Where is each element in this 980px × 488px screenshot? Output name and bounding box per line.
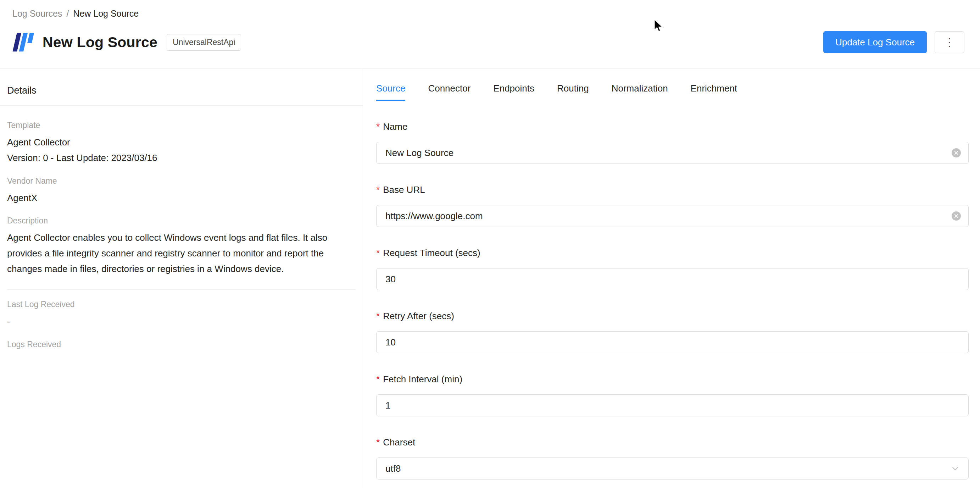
more-actions-button[interactable]: ⋮: [935, 31, 964, 53]
header-actions: Update Log Source ⋮: [823, 31, 964, 53]
fetch-interval-field: * Fetch Interval (min): [376, 374, 969, 416]
description-label: Description: [7, 216, 356, 226]
app-logo: [11, 30, 37, 54]
field-label-text: Name: [383, 121, 407, 132]
details-divider: [0, 105, 363, 106]
tab-connector[interactable]: Connector: [428, 83, 471, 101]
details-body: Template Agent Collector Version: 0 - La…: [0, 121, 363, 349]
field-label-text: Charset: [383, 437, 415, 448]
request-timeout-field-label: * Request Timeout (secs): [376, 247, 969, 258]
tab-endpoints[interactable]: Endpoints: [493, 83, 534, 101]
source-form: * Name * Base URL: [376, 121, 969, 480]
tab-source[interactable]: Source: [376, 83, 405, 101]
request-timeout-field: * Request Timeout (secs): [376, 247, 969, 290]
required-asterisk: *: [376, 374, 380, 384]
name-input[interactable]: [376, 142, 969, 164]
description-section: Description Agent Collector enables you …: [7, 216, 356, 277]
template-version: Version: 0 - Last Update: 2023/03/16: [7, 150, 356, 166]
required-asterisk: *: [376, 247, 380, 258]
request-timeout-input-wrap: [376, 268, 969, 290]
base-url-field: * Base URL: [376, 184, 969, 227]
logo-icon: [11, 30, 37, 54]
content: Details Template Agent Collector Version…: [0, 69, 980, 488]
charset-field: * Charset utf8: [376, 437, 969, 480]
charset-select-wrap: utf8: [376, 458, 969, 480]
field-label-text: Base URL: [383, 184, 425, 195]
required-asterisk: *: [376, 437, 380, 448]
description-text: Agent Collector enables you to collect W…: [7, 230, 342, 277]
charset-select[interactable]: utf8: [376, 458, 969, 480]
retry-after-input[interactable]: [376, 331, 969, 353]
field-label-text: Request Timeout (secs): [383, 247, 480, 258]
page-header: Log Sources / New Log Source New Log Sou…: [0, 0, 980, 69]
required-asterisk: *: [376, 184, 380, 195]
fetch-interval-input[interactable]: [376, 394, 969, 416]
tab-normalization[interactable]: Normalization: [612, 83, 668, 101]
vendor-name-value: AgentX: [7, 190, 356, 206]
charset-field-label: * Charset: [376, 437, 969, 448]
tab-routing[interactable]: Routing: [557, 83, 589, 101]
name-field: * Name: [376, 121, 969, 164]
template-name: Agent Collector: [7, 134, 356, 150]
logs-received-label: Logs Received: [7, 340, 356, 349]
last-log-received-label: Last Log Received: [7, 300, 356, 309]
clear-icon[interactable]: [951, 148, 961, 158]
update-log-source-button[interactable]: Update Log Source: [823, 31, 927, 53]
chevron-down-icon: [951, 464, 959, 473]
logs-received-section: Logs Received: [7, 340, 356, 349]
main-panel: Source Connector Endpoints Routing Norma…: [363, 69, 980, 488]
template-section: Template Agent Collector Version: 0 - La…: [7, 121, 356, 166]
details-mid-divider: [7, 289, 356, 290]
request-timeout-input[interactable]: [376, 268, 969, 290]
last-log-received-value: -: [7, 314, 356, 329]
last-log-section: Last Log Received -: [7, 300, 356, 329]
fetch-interval-field-label: * Fetch Interval (min): [376, 374, 969, 384]
breadcrumb-current: New Log Source: [73, 8, 138, 19]
breadcrumb-log-sources[interactable]: Log Sources: [13, 8, 62, 19]
charset-selected-value: utf8: [385, 463, 401, 474]
tab-bar: Source Connector Endpoints Routing Norma…: [376, 69, 969, 101]
retry-after-input-wrap: [376, 331, 969, 353]
required-asterisk: *: [376, 311, 380, 321]
base-url-input-wrap: [376, 205, 969, 227]
field-label-text: Fetch Interval (min): [383, 374, 462, 384]
base-url-field-label: * Base URL: [376, 184, 969, 195]
clear-icon[interactable]: [951, 211, 961, 221]
template-label: Template: [7, 121, 356, 130]
field-label-text: Retry After (secs): [383, 311, 454, 321]
base-url-input[interactable]: [376, 205, 969, 227]
name-input-wrap: [376, 142, 969, 164]
header-row: New Log Source UniversalRestApi Update L…: [11, 30, 964, 54]
name-field-label: * Name: [376, 121, 969, 132]
required-asterisk: *: [376, 121, 380, 132]
retry-after-field-label: * Retry After (secs): [376, 311, 969, 321]
ellipsis-icon: ⋮: [944, 37, 955, 48]
details-panel: Details Template Agent Collector Version…: [0, 69, 363, 488]
vendor-name-label: Vendor Name: [7, 176, 356, 186]
vendor-section: Vendor Name AgentX: [7, 176, 356, 206]
tab-enrichment[interactable]: Enrichment: [691, 83, 738, 101]
retry-after-field: * Retry After (secs): [376, 311, 969, 353]
details-heading: Details: [0, 69, 363, 105]
page-title: New Log Source: [43, 34, 158, 51]
fetch-interval-input-wrap: [376, 394, 969, 416]
breadcrumb: Log Sources / New Log Source: [13, 8, 138, 19]
breadcrumb-separator: /: [66, 8, 69, 19]
template-type-badge: UniversalRestApi: [167, 34, 241, 51]
